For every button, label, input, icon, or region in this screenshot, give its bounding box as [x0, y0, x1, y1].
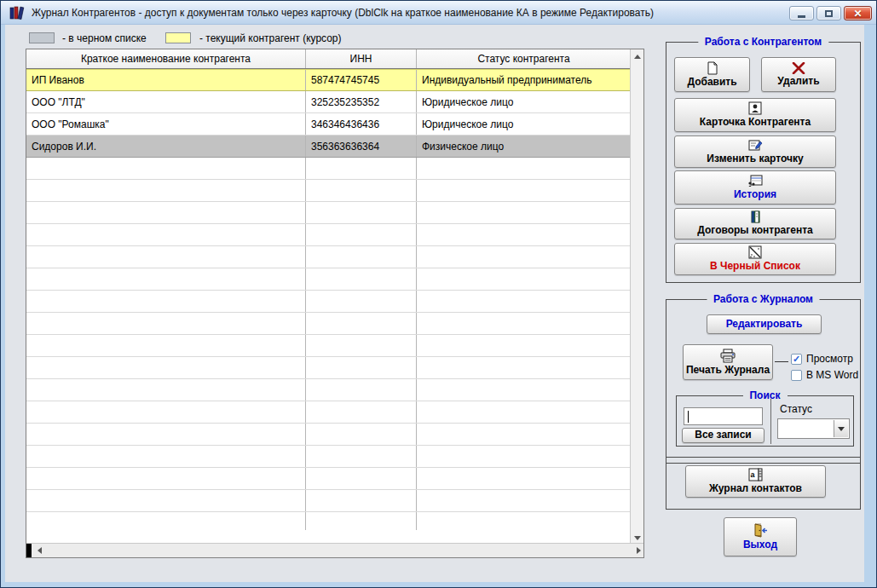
empty-cell	[26, 268, 306, 290]
empty-cell	[26, 158, 306, 179]
table-empty-row[interactable]	[26, 202, 632, 224]
edit-card-button[interactable]: Изменить карточку	[674, 135, 836, 168]
journal-group-title: Работа с Журналом	[707, 293, 820, 305]
contractor-group-title: Работа с Контрагентом	[698, 36, 828, 48]
all-records-button[interactable]: Все записи	[682, 428, 764, 443]
table-empty-row[interactable]	[26, 335, 632, 357]
msword-checkbox[interactable]	[791, 370, 802, 381]
empty-cell	[417, 512, 632, 530]
delete-button-label: Удалить	[777, 76, 819, 87]
table-empty-row[interactable]	[26, 313, 632, 335]
table-empty-row[interactable]	[26, 379, 632, 401]
empty-cell	[26, 180, 306, 201]
delete-button[interactable]: Удалить	[761, 57, 836, 92]
table-empty-row[interactable]	[26, 401, 632, 424]
cell-name: Сидоров И.И.	[26, 135, 306, 157]
print-journal-button[interactable]: Печать Журнала	[683, 344, 773, 380]
blacklist-icon	[748, 245, 762, 259]
column-header-name: Краткое наименование контрагента	[26, 49, 306, 68]
close-icon: ✕	[853, 9, 862, 19]
person-card-icon	[748, 101, 762, 115]
empty-cell	[417, 401, 632, 423]
status-label: Статус	[780, 403, 812, 415]
table-row[interactable]: ИП Иванов 587474745745 Индивидуальный пр…	[26, 69, 632, 91]
table-empty-row[interactable]	[26, 158, 632, 180]
exit-button[interactable]: Выход	[724, 517, 797, 556]
scrollbar-thumb[interactable]	[26, 544, 32, 557]
column-header-inn: ИНН	[306, 49, 417, 68]
table-empty-row[interactable]	[26, 246, 632, 268]
window-title: Журнал Контрагентов - доступ к документа…	[32, 7, 654, 19]
table-empty-row[interactable]	[26, 512, 632, 530]
empty-cell	[417, 446, 632, 467]
empty-cell	[417, 313, 632, 334]
table-empty-row[interactable]	[26, 268, 632, 291]
contractor-card-button[interactable]: Карточка Контрагента	[674, 98, 836, 132]
connector-line	[775, 361, 788, 362]
exit-button-label: Выход	[743, 539, 777, 551]
table-empty-row[interactable]	[26, 490, 632, 512]
title-bar[interactable]: Журнал Контрагентов - доступ к документа…	[1, 1, 876, 25]
text-caret	[688, 411, 689, 423]
contacts-journal-button-label: Журнал контактов	[709, 483, 802, 494]
history-button[interactable]: История	[674, 170, 836, 205]
contacts-book-icon: a	[748, 468, 763, 481]
scroll-left-icon	[38, 547, 42, 554]
book-icon	[749, 210, 762, 223]
table-empty-row[interactable]	[26, 224, 632, 246]
table-empty-row[interactable]	[26, 446, 632, 468]
edit-journal-button[interactable]: Редактировать	[707, 314, 822, 334]
add-button-label: Добавить	[687, 77, 736, 88]
cell-name: ООО "Ромашка"	[26, 113, 306, 135]
to-blacklist-button-label: В Черный Список	[710, 261, 800, 272]
exit-door-icon	[752, 523, 769, 538]
status-combobox[interactable]	[777, 418, 850, 439]
scroll-up-icon	[634, 55, 641, 59]
horizontal-scrollbar[interactable]	[26, 543, 644, 557]
contacts-frame: a Журнал контактов	[666, 457, 861, 510]
empty-cell	[306, 446, 417, 467]
history-icon	[747, 175, 763, 187]
search-input[interactable]	[684, 407, 763, 425]
table-row[interactable]: ООО "ЛТД" 325235235352 Юридическое лицо	[26, 91, 632, 113]
vertical-scrollbar[interactable]	[630, 49, 643, 545]
grid-header-row: Краткое наименование контрагента ИНН Ста…	[26, 49, 632, 69]
add-button[interactable]: Добавить	[674, 57, 750, 92]
table-empty-row[interactable]	[26, 468, 632, 490]
contracts-button[interactable]: Договоры контрагента	[674, 208, 836, 239]
print-journal-button-label: Печать Журнала	[686, 365, 770, 376]
to-blacklist-button[interactable]: В Черный Список	[674, 243, 836, 275]
cell-status: Физическое лицо	[417, 135, 632, 157]
current-legend-label: - текущий контрагент (курсор)	[199, 32, 342, 44]
table-row[interactable]: ООО "Ромашка" 346346436436 Юридическое л…	[26, 113, 632, 135]
preview-checkbox-row[interactable]: ✓ Просмотр	[791, 353, 853, 365]
table-row[interactable]: Сидоров И.И. 356363636364 Физическое лиц…	[26, 135, 632, 158]
new-document-icon	[706, 61, 719, 75]
combo-dropdown-button[interactable]	[834, 420, 848, 437]
maximize-button[interactable]	[816, 6, 841, 20]
table-empty-row[interactable]	[26, 424, 632, 446]
scroll-right-icon	[637, 547, 641, 554]
minimize-button[interactable]	[789, 6, 814, 20]
close-button[interactable]: ✕	[844, 6, 872, 20]
empty-cell	[306, 401, 417, 423]
contacts-journal-button[interactable]: a Журнал контактов	[685, 465, 826, 498]
table-empty-row[interactable]	[26, 291, 632, 313]
empty-cell	[306, 291, 417, 312]
cell-inn: 325235235352	[306, 91, 417, 112]
empty-cell	[417, 424, 632, 445]
empty-cell	[417, 180, 632, 201]
empty-cell	[306, 357, 417, 378]
empty-cell	[306, 512, 417, 530]
table-empty-row[interactable]	[26, 180, 632, 202]
empty-cell	[26, 379, 306, 401]
app-books-icon	[9, 4, 26, 21]
msword-checkbox-row[interactable]: В MS Word	[791, 369, 858, 381]
cell-status: Индивидуальный предприниматель	[417, 70, 632, 90]
preview-checkbox[interactable]: ✓	[791, 354, 802, 365]
empty-cell	[306, 424, 417, 445]
table-empty-row[interactable]	[26, 357, 632, 379]
msword-checkbox-label: В MS Word	[806, 369, 858, 381]
preview-checkbox-label: Просмотр	[806, 353, 853, 365]
empty-cell	[26, 224, 306, 245]
